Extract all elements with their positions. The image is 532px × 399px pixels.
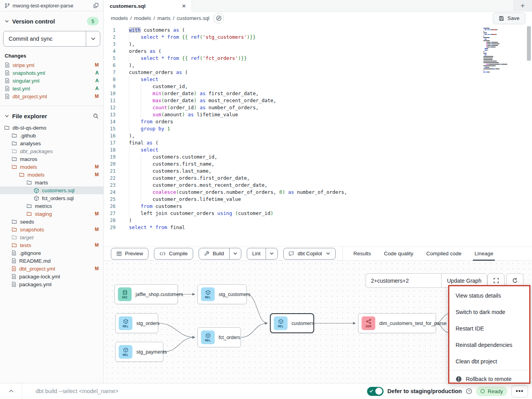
panel-tab-compiled-code[interactable]: Compiled code (426, 247, 461, 260)
tree-item-dbt_project.yml[interactable]: dbt_project.ymlM (0, 265, 103, 273)
changed-file-test.yml[interactable]: test.ymlA (0, 85, 103, 92)
tree-item-models[interactable]: modelsM (0, 163, 103, 171)
command-input[interactable] (36, 388, 232, 394)
breadcrumb-part[interactable]: marts (157, 15, 171, 21)
lineage-node-dim_customers_test_for_parse[interactable]: SEMdim_customers_test_for_parse (358, 313, 436, 333)
code-line-1[interactable]: 1with customers as ( (104, 27, 532, 34)
search-icon[interactable] (93, 113, 99, 119)
tree-item-.gitignore[interactable]: .gitignore (0, 249, 103, 257)
tree-item-package-lock.yml[interactable]: package-lock.yml (0, 273, 103, 280)
lineage-search-input[interactable] (366, 273, 441, 288)
code-line-19[interactable]: 19 customers.customer_id, (104, 153, 532, 161)
changed-file-dbt_project.yml[interactable]: dbt_project.ymlM (0, 92, 103, 100)
editor-scrollbar[interactable] (527, 26, 531, 61)
code-line-5[interactable]: 5 select * from {{ ref('fct_orders')}} (104, 55, 532, 62)
tree-item-customers.sql[interactable]: customers.sql (0, 186, 103, 194)
breadcrumb-part[interactable]: models (134, 15, 151, 21)
compile-button[interactable]: Compile (154, 248, 193, 260)
tree-item-snapshots[interactable]: snapshotsM (0, 226, 103, 233)
lineage-node-customers[interactable]: MDLcustomers (270, 313, 314, 333)
tree-item-metrics[interactable]: metrics (0, 202, 103, 210)
code-line-17[interactable]: 17final as ( (104, 139, 532, 146)
code-line-16[interactable]: 16), (104, 132, 532, 139)
tree-item-dbt_packages[interactable]: dbt_packages (0, 147, 103, 155)
menu-item-rollback-to-remote[interactable]: Rollback to remote (449, 371, 529, 387)
code-line-22[interactable]: 22 customer_orders.first_order_date, (104, 175, 532, 182)
code-line-8[interactable]: 8 select (104, 76, 532, 83)
tree-item-db-sl-qs-demo[interactable]: db-sl-qs-demo (0, 124, 103, 132)
breadcrumb-part[interactable]: customers.sql (177, 15, 209, 21)
panel-tab-lineage[interactable]: Lineage (474, 247, 493, 260)
lint-options-chevron[interactable] (266, 248, 277, 259)
menu-item-reinstall-dependencies[interactable]: Reinstall dependencies (449, 337, 529, 353)
code-line-26[interactable]: 26 from customers (104, 203, 532, 210)
code-line-29[interactable]: 29select * from final (104, 224, 532, 231)
menu-item-view-status-details[interactable]: View status details (449, 287, 529, 304)
commit-options-chevron[interactable] (86, 31, 100, 46)
lineage-compass-button[interactable] (213, 13, 224, 24)
command-bar[interactable] (22, 383, 367, 399)
code-line-15[interactable]: 15 group by 1 (104, 125, 532, 132)
panel-tab-code-quality[interactable]: Code quality (384, 247, 413, 260)
tree-item-analyses[interactable]: analyses (0, 139, 103, 147)
expand-command-bar-chevron[interactable] (0, 390, 22, 393)
help-icon[interactable]: ? (466, 388, 472, 394)
code-line-10[interactable]: 10 min(order_date) as first_order_date, (104, 90, 532, 97)
code-line-21[interactable]: 21 customers.last_name, (104, 168, 532, 175)
preview-button[interactable]: Preview (111, 248, 148, 260)
changed-file-stripe.yml[interactable]: stripe.ymlM (0, 61, 103, 69)
lineage-node-stg_customers[interactable]: MDLstg_customers (197, 284, 247, 304)
tree-item-target[interactable]: target (0, 233, 103, 241)
commit-and-sync-button[interactable]: Commit and sync (3, 31, 100, 47)
minimap[interactable] (483, 28, 525, 73)
menu-item-switch-to-dark-mode[interactable]: Switch to dark mode (449, 304, 529, 320)
tree-item-models[interactable]: modelsM (0, 171, 103, 179)
code-line-4[interactable]: 4orders as ( (104, 48, 532, 55)
defer-toggle[interactable] (367, 387, 384, 396)
tree-item-marts[interactable]: marts (0, 179, 103, 186)
code-line-24[interactable]: 24 coalesce(customer_orders.number_of_or… (104, 189, 532, 196)
tab-customers-sql[interactable]: customers.sql ✕ (104, 0, 192, 12)
code-line-3[interactable]: 3), (104, 41, 532, 48)
copy-icon[interactable] (93, 3, 99, 8)
build-options-chevron[interactable] (229, 248, 241, 259)
build-button[interactable]: Build (199, 248, 241, 260)
version-control-header[interactable]: Version control 5 (0, 16, 103, 26)
code-line-6[interactable]: 6), (104, 62, 532, 69)
code-line-28[interactable]: 28) (104, 217, 532, 224)
new-tab-button[interactable]: + (513, 0, 532, 12)
code-line-13[interactable]: 13 sum(amount) as lifetime_value (104, 111, 532, 118)
dbt-copilot-button[interactable]: dbt Copilot (283, 248, 336, 260)
changed-file-singular.yml[interactable]: singular.ymlA (0, 77, 103, 85)
code-line-2[interactable]: 2 select * from {{ ref('stg_customers')}… (104, 34, 532, 41)
code-editor[interactable]: 1with customers as (2 select * from {{ r… (104, 25, 532, 246)
code-line-12[interactable]: 12 count(order_id) as number_of_orders, (104, 104, 532, 111)
menu-item-clean-dbt-project[interactable]: Clean dbt project (449, 353, 529, 370)
panel-tab-results[interactable]: Results (353, 247, 371, 260)
changed-file-snapshots.yml[interactable]: snapshots.ymlA (0, 69, 103, 77)
tree-item-fct_orders.sql[interactable]: fct_orders.sql (0, 194, 103, 202)
menu-item-restart-ide[interactable]: Restart IDE (449, 320, 529, 337)
code-line-14[interactable]: 14 from orders (104, 118, 532, 125)
file-explorer-header[interactable]: File explorer (0, 111, 103, 121)
lineage-node-stg_orders[interactable]: MDLstg_orders (115, 313, 158, 333)
lineage-node-fct_orders[interactable]: MDLfct_orders (197, 327, 241, 347)
tree-item-seeds[interactable]: seeds (0, 218, 103, 226)
save-button[interactable]: Save (493, 13, 525, 24)
tree-item-macros[interactable]: macros (0, 155, 103, 163)
tree-item-staging[interactable]: stagingM (0, 210, 103, 218)
code-line-7[interactable]: 7customer_orders as ( (104, 69, 532, 76)
close-icon[interactable]: ✕ (182, 3, 186, 9)
lineage-node-jaffle_shop.customers[interactable]: SRCjaffle_shop.customers (114, 284, 178, 304)
code-line-11[interactable]: 11 max(order_date) as most_recent_order_… (104, 97, 532, 104)
code-line-18[interactable]: 18 select (104, 146, 532, 153)
tree-item-README.md[interactable]: README.md (0, 257, 103, 265)
code-line-23[interactable]: 23 customer_orders.most_recent_order_dat… (104, 182, 532, 189)
lineage-node-stg_payments[interactable]: MDLstg_payments (115, 342, 163, 362)
tree-item-.github[interactable]: .github (0, 132, 103, 139)
lint-button[interactable]: Lint (247, 248, 278, 260)
tree-item-packages.yml[interactable]: packages.yml (0, 280, 103, 288)
tree-item-tests[interactable]: testsM (0, 241, 103, 249)
breadcrumb-part[interactable]: models (111, 15, 128, 21)
code-line-9[interactable]: 9 customer_id, (104, 83, 532, 90)
